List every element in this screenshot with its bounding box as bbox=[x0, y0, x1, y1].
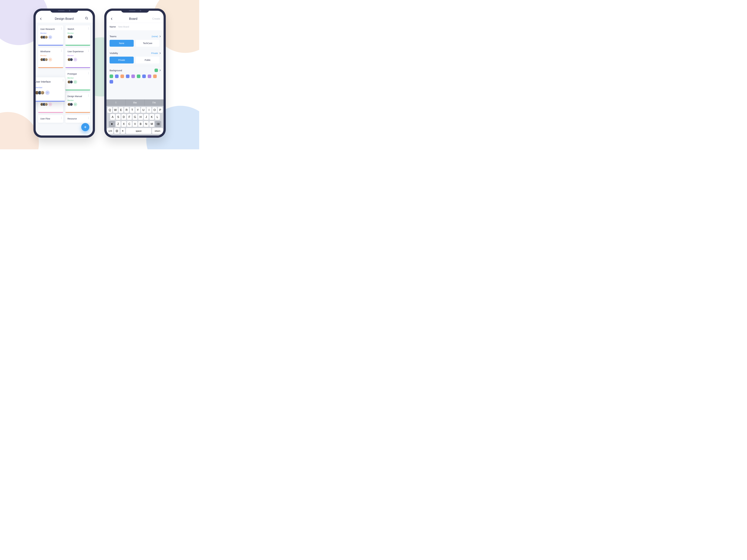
color-swatch[interactable] bbox=[109, 80, 113, 83]
member-label: Member bbox=[40, 32, 61, 34]
card-menu-button[interactable] bbox=[88, 95, 89, 97]
color-swatch[interactable] bbox=[115, 75, 119, 78]
visibility-label: Visibility bbox=[109, 52, 118, 54]
key-g[interactable]: G bbox=[133, 114, 137, 120]
background-label: Background bbox=[109, 69, 122, 72]
visibility-option-public[interactable]: Public bbox=[135, 57, 160, 63]
key-v[interactable]: V bbox=[133, 121, 137, 127]
name-input[interactable]: New Board bbox=[118, 26, 129, 28]
avatar bbox=[41, 91, 44, 95]
card-title: User Flow bbox=[40, 117, 61, 120]
space-key[interactable]: space bbox=[126, 128, 151, 134]
add-board-fab[interactable] bbox=[81, 123, 89, 131]
avatar bbox=[45, 58, 48, 61]
color-swatch[interactable] bbox=[148, 75, 151, 78]
teams-section: Teams (none) None TechCare Fr bbox=[106, 32, 163, 49]
card-stripe bbox=[38, 67, 63, 68]
board-card[interactable]: Resource bbox=[66, 115, 91, 123]
card-menu-button[interactable] bbox=[88, 72, 89, 74]
key-w[interactable]: W bbox=[113, 107, 118, 113]
mic-key[interactable] bbox=[121, 128, 125, 134]
avatar-group: 2+ bbox=[68, 103, 88, 106]
name-row[interactable]: Name New Board bbox=[106, 23, 163, 31]
key-u[interactable]: U bbox=[141, 107, 146, 113]
card-menu-button[interactable] bbox=[88, 27, 89, 29]
back-button[interactable] bbox=[39, 17, 44, 21]
key-a[interactable]: A bbox=[110, 114, 115, 120]
key-f[interactable]: F bbox=[127, 114, 132, 120]
suggestion[interactable]: I bbox=[106, 99, 126, 106]
back-button[interactable] bbox=[110, 17, 114, 21]
shift-key[interactable] bbox=[109, 121, 115, 127]
card-menu-button[interactable] bbox=[88, 50, 89, 52]
key-n[interactable]: N bbox=[144, 121, 149, 127]
card-user-interface-float[interactable]: User Interface Member 2+ bbox=[36, 77, 65, 102]
visibility-option-private[interactable]: Private bbox=[109, 57, 134, 63]
background-value-button[interactable] bbox=[155, 69, 160, 72]
key-j[interactable]: J bbox=[144, 114, 149, 120]
avatar-group bbox=[68, 35, 88, 38]
card-menu-button[interactable] bbox=[61, 27, 61, 29]
team-option-techcare[interactable]: TechCare bbox=[135, 40, 160, 47]
phone-design-board: Design Board User Research Member 9+ Ske… bbox=[33, 8, 95, 138]
card-menu-button[interactable] bbox=[61, 117, 61, 119]
key-t[interactable]: T bbox=[130, 107, 135, 113]
board-card[interactable]: User Flow bbox=[38, 115, 63, 123]
board-card[interactable]: Wireframe Member 9+ bbox=[38, 48, 63, 68]
card-title: User Interface bbox=[36, 80, 62, 83]
card-menu-button[interactable] bbox=[63, 79, 63, 81]
color-swatch[interactable] bbox=[142, 75, 146, 78]
suggestion[interactable]: the bbox=[126, 99, 145, 106]
key-c[interactable]: C bbox=[127, 121, 132, 127]
key-h[interactable]: H bbox=[138, 114, 143, 120]
avatar-group: 7+ bbox=[68, 58, 88, 61]
key-l[interactable]: L bbox=[155, 114, 160, 120]
teams-value-button[interactable]: (none) bbox=[152, 35, 160, 38]
create-button[interactable]: Create bbox=[152, 17, 160, 20]
key-r[interactable]: R bbox=[124, 107, 129, 113]
color-swatch[interactable] bbox=[137, 75, 140, 78]
svg-point-6 bbox=[116, 130, 118, 132]
avatar-group: 9+ bbox=[40, 58, 61, 61]
card-menu-button[interactable] bbox=[88, 117, 89, 119]
key-b[interactable]: B bbox=[138, 121, 143, 127]
key-x[interactable]: X bbox=[121, 121, 126, 127]
backspace-key[interactable] bbox=[155, 121, 161, 127]
color-swatch[interactable] bbox=[126, 75, 129, 78]
card-title: Prototype bbox=[68, 73, 88, 75]
board-card[interactable]: User Experience Member 7+ bbox=[66, 48, 91, 68]
svg-point-7 bbox=[117, 131, 117, 131]
svg-rect-9 bbox=[123, 130, 123, 131]
key-d[interactable]: D bbox=[121, 114, 126, 120]
key-k[interactable]: K bbox=[149, 114, 154, 120]
key-y[interactable]: Y bbox=[135, 107, 140, 113]
color-swatch[interactable] bbox=[131, 75, 135, 78]
teams-value: (none) bbox=[152, 35, 158, 38]
return-key[interactable]: return bbox=[152, 128, 163, 134]
board-card[interactable]: User Research Member 9+ bbox=[38, 25, 63, 46]
key-p[interactable]: P bbox=[158, 107, 163, 113]
key-m[interactable]: M bbox=[149, 121, 154, 127]
search-button[interactable] bbox=[85, 17, 89, 21]
team-option-none[interactable]: None bbox=[109, 40, 134, 47]
emoji-icon bbox=[115, 130, 118, 132]
board-card[interactable]: Design Manual Member 2+ bbox=[66, 92, 91, 113]
board-card[interactable]: Sketch Member bbox=[66, 25, 91, 46]
chevron-left-icon bbox=[111, 18, 113, 20]
key-q[interactable]: Q bbox=[107, 107, 112, 113]
key-i[interactable]: I bbox=[147, 107, 151, 113]
key-o[interactable]: O bbox=[152, 107, 157, 113]
numeric-key[interactable]: 123 bbox=[107, 128, 113, 134]
key-e[interactable]: E bbox=[119, 107, 123, 113]
key-s[interactable]: S bbox=[116, 114, 121, 120]
emoji-key[interactable] bbox=[114, 128, 120, 134]
board-card[interactable]: Prototype Member 2+ bbox=[66, 70, 91, 90]
member-count-badge: 9+ bbox=[48, 35, 52, 39]
visibility-value-button[interactable]: Private bbox=[151, 52, 160, 54]
color-swatch[interactable] bbox=[153, 75, 157, 78]
suggestion[interactable]: I'm bbox=[145, 99, 163, 106]
color-swatch[interactable] bbox=[109, 75, 113, 78]
color-swatch[interactable] bbox=[121, 75, 124, 78]
card-menu-button[interactable] bbox=[61, 50, 61, 52]
key-z[interactable]: Z bbox=[116, 121, 121, 127]
